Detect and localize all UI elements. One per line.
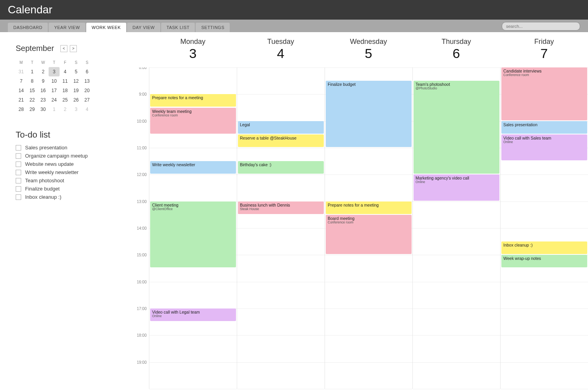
todo-checkbox[interactable] bbox=[16, 170, 21, 175]
hour-label: 8:00 bbox=[139, 67, 147, 70]
calendar-event[interactable]: Video call with Sales teamOnline bbox=[501, 134, 587, 160]
day-column[interactable]: Candidate interviewsConference roomSales… bbox=[500, 67, 588, 389]
mini-cal-day[interactable]: 4 bbox=[82, 105, 93, 114]
mini-cal-day[interactable]: 25 bbox=[60, 95, 71, 105]
day-column[interactable]: LegalReserve a table @SteakHouseBirthday… bbox=[237, 67, 325, 389]
calendar-event[interactable]: Business lunch with DennisSteak House bbox=[238, 201, 324, 214]
tab-settings[interactable]: SETTINGS bbox=[196, 23, 230, 32]
calendar-event[interactable]: Board meetingConference room bbox=[326, 215, 412, 254]
mini-cal-day[interactable]: 22 bbox=[27, 95, 38, 105]
mini-cal-day[interactable]: 10 bbox=[49, 76, 60, 86]
mini-cal-day[interactable]: 1 bbox=[49, 105, 60, 114]
search-input[interactable] bbox=[502, 22, 580, 31]
mini-cal-day[interactable]: 16 bbox=[38, 86, 49, 95]
mini-cal-day[interactable]: 29 bbox=[27, 105, 38, 114]
todo-item: Website news update bbox=[16, 161, 114, 167]
calendar-event[interactable]: Finalize budget bbox=[326, 81, 412, 147]
tab-day-view[interactable]: DAY VIEW bbox=[127, 23, 160, 32]
mini-cal-day[interactable]: 14 bbox=[16, 86, 27, 95]
calendar-event[interactable]: Marketing agency's video callOnline bbox=[414, 174, 499, 200]
mini-cal-dow: M bbox=[16, 58, 27, 67]
calendar-event[interactable]: Prepare notes for a meeting bbox=[150, 94, 236, 107]
hour-label: 18:00 bbox=[137, 333, 147, 338]
hour-label: 11:00 bbox=[137, 146, 147, 150]
mini-calendar-header: September < > bbox=[16, 44, 114, 53]
hour-label: 12:00 bbox=[137, 172, 147, 177]
mini-cal-day[interactable]: 5 bbox=[71, 67, 82, 76]
calendar-event[interactable]: Client meeting@ClientOffice bbox=[150, 201, 236, 268]
content-area: September < > MTWTFSS3112345678910111213… bbox=[0, 32, 588, 392]
mini-cal-day[interactable]: 27 bbox=[82, 95, 93, 105]
mini-cal-day[interactable]: 13 bbox=[82, 76, 93, 86]
day-of-month-label: 3 bbox=[149, 46, 237, 61]
mini-cal-day[interactable]: 28 bbox=[16, 105, 27, 114]
todo-checkbox[interactable] bbox=[16, 178, 21, 183]
day-column[interactable]: Prepare notes for a meetingWeekly team m… bbox=[149, 67, 237, 389]
todo-item: Organize campaign meetup bbox=[16, 153, 114, 159]
prev-month-button[interactable]: < bbox=[60, 45, 67, 52]
day-column[interactable]: Team's photoshoot@PhotoStudioMarketing a… bbox=[412, 67, 500, 389]
todo-label: Inbox cleanup :) bbox=[25, 194, 62, 200]
mini-cal-day[interactable]: 3 bbox=[49, 67, 60, 76]
calendar-event[interactable]: Sales presentation bbox=[501, 121, 587, 134]
mini-cal-day[interactable]: 24 bbox=[49, 95, 60, 105]
mini-cal-day[interactable]: 26 bbox=[71, 95, 82, 105]
calendar-event[interactable]: Week wrap-up notes bbox=[501, 255, 587, 267]
mini-cal-day[interactable]: 12 bbox=[71, 76, 82, 86]
day-of-week-label: Wednesday bbox=[325, 38, 412, 46]
mini-cal-day[interactable]: 7 bbox=[16, 76, 27, 86]
todo-checkbox[interactable] bbox=[16, 186, 21, 192]
mini-cal-day[interactable]: 4 bbox=[60, 67, 71, 76]
mini-cal-dow: S bbox=[82, 58, 93, 67]
calendar-event[interactable]: Prepare notes for a meeting bbox=[326, 201, 412, 214]
mini-cal-day[interactable]: 31 bbox=[16, 67, 27, 76]
mini-cal-day[interactable]: 19 bbox=[71, 86, 82, 95]
mini-cal-day[interactable]: 2 bbox=[60, 105, 71, 114]
mini-cal-day[interactable]: 30 bbox=[38, 105, 49, 114]
event-title: Business lunch with Dennis bbox=[240, 203, 322, 207]
todo-checkbox[interactable] bbox=[16, 162, 21, 167]
tab-dashboard[interactable]: DASHBOARD bbox=[8, 23, 48, 32]
mini-cal-day[interactable]: 6 bbox=[82, 67, 93, 76]
mini-cal-day[interactable]: 20 bbox=[82, 86, 93, 95]
event-title: Reserve a table @SteakHouse bbox=[240, 136, 322, 140]
mini-cal-day[interactable]: 3 bbox=[71, 105, 82, 114]
calendar-event[interactable]: Legal bbox=[238, 121, 324, 134]
next-month-button[interactable]: > bbox=[70, 45, 77, 52]
tab-work-week[interactable]: WORK WEEK bbox=[86, 23, 126, 32]
tab-year-view[interactable]: YEAR VIEW bbox=[49, 23, 85, 32]
day-of-month-label: 5 bbox=[325, 46, 412, 61]
mini-cal-day[interactable]: 15 bbox=[27, 86, 38, 95]
todo-checkbox[interactable] bbox=[16, 194, 21, 200]
todo-item: Sales presentation bbox=[16, 145, 114, 151]
week-body[interactable]: 8:009:0010:0011:0012:0013:0014:0015:0016… bbox=[125, 67, 588, 392]
mini-cal-day[interactable]: 21 bbox=[16, 95, 27, 105]
tab-bar: DASHBOARDYEAR VIEWWORK WEEKDAY VIEWTASK … bbox=[0, 20, 588, 32]
mini-cal-day[interactable]: 2 bbox=[38, 67, 49, 76]
mini-cal-day[interactable]: 1 bbox=[27, 67, 38, 76]
calendar-event[interactable]: Write weekly newsletter bbox=[150, 161, 236, 174]
mini-cal-day[interactable]: 23 bbox=[38, 95, 49, 105]
mini-cal-day[interactable]: 18 bbox=[60, 86, 71, 95]
calendar-event[interactable]: Video call with Legal teamOnline bbox=[150, 309, 236, 321]
todo-panel: To-do list Sales presentationOrganize ca… bbox=[16, 130, 114, 202]
calendar-event[interactable]: Candidate interviewsConference room bbox=[501, 67, 587, 120]
calendar-event[interactable]: Reserve a table @SteakHouse bbox=[238, 134, 324, 147]
event-location: @PhotoStudio bbox=[416, 87, 497, 91]
mini-cal-day[interactable]: 9 bbox=[38, 76, 49, 86]
day-column[interactable]: Finalize budgetPrepare notes for a meeti… bbox=[325, 67, 412, 389]
todo-checkbox[interactable] bbox=[16, 153, 21, 159]
tab-task-list[interactable]: TASK LIST bbox=[161, 23, 195, 32]
event-title: Week wrap-up notes bbox=[503, 256, 585, 261]
todo-item: Inbox cleanup :) bbox=[16, 194, 114, 200]
todo-label: Team photoshoot bbox=[25, 178, 64, 183]
calendar-event[interactable]: Inbox cleanup :) bbox=[501, 241, 587, 254]
calendar-event[interactable]: Team's photoshoot@PhotoStudio bbox=[414, 81, 499, 174]
mini-cal-day[interactable]: 17 bbox=[49, 86, 60, 95]
calendar-event[interactable]: Weekly team meetingConference room bbox=[150, 108, 236, 134]
day-of-week-label: Tuesday bbox=[237, 38, 325, 46]
mini-cal-day[interactable]: 11 bbox=[60, 76, 71, 86]
calendar-event[interactable]: Birthday's cake :) bbox=[238, 161, 324, 174]
todo-checkbox[interactable] bbox=[16, 145, 21, 151]
mini-cal-day[interactable]: 8 bbox=[27, 76, 38, 86]
